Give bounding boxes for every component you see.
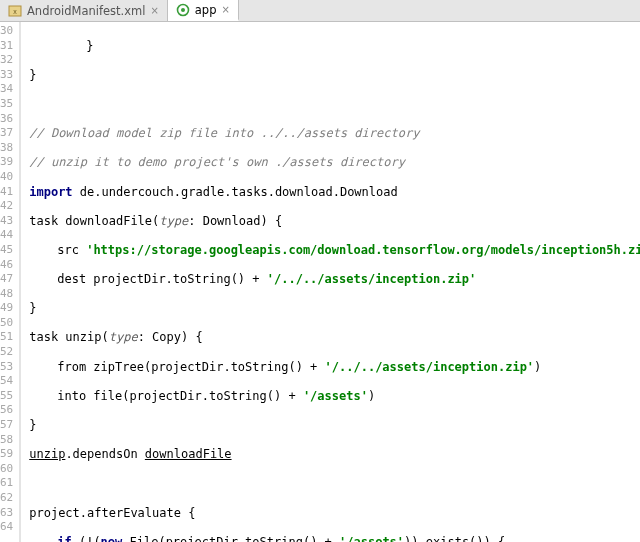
close-icon[interactable]: × bbox=[150, 5, 158, 16]
tab-label: app bbox=[195, 3, 217, 17]
line-number: 52 bbox=[0, 345, 13, 360]
svg-text:x: x bbox=[13, 8, 17, 15]
line-number: 39 bbox=[0, 155, 13, 170]
line-number: 64 bbox=[0, 520, 13, 535]
line-number: 33 bbox=[0, 68, 13, 83]
gradle-icon bbox=[176, 3, 190, 17]
line-number: 53 bbox=[0, 360, 13, 375]
line-number: 36 bbox=[0, 112, 13, 127]
line-number: 56 bbox=[0, 403, 13, 418]
line-number: 38 bbox=[0, 141, 13, 156]
line-number: 32 bbox=[0, 53, 13, 68]
line-number: 30 bbox=[0, 24, 13, 39]
line-number: 34 bbox=[0, 82, 13, 97]
line-number: 41 bbox=[0, 185, 13, 200]
tab-app[interactable]: app × bbox=[168, 0, 239, 21]
line-number: 50 bbox=[0, 316, 13, 331]
line-number: 57 bbox=[0, 418, 13, 433]
code-editor[interactable]: 3031323334353637383940414243444546474849… bbox=[0, 22, 640, 542]
line-number: 49 bbox=[0, 301, 13, 316]
xml-icon: x bbox=[8, 4, 22, 18]
line-number: 37 bbox=[0, 126, 13, 141]
line-number: 31 bbox=[0, 39, 13, 54]
line-number: 35 bbox=[0, 97, 13, 112]
line-number: 59 bbox=[0, 447, 13, 462]
line-number: 40 bbox=[0, 170, 13, 185]
code-area[interactable]: } } // Download model zip file into ../.… bbox=[21, 22, 640, 542]
line-number: 61 bbox=[0, 476, 13, 491]
line-number: 58 bbox=[0, 433, 13, 448]
line-number: 47 bbox=[0, 272, 13, 287]
line-number: 46 bbox=[0, 258, 13, 273]
line-number: 42 bbox=[0, 199, 13, 214]
line-number: 45 bbox=[0, 243, 13, 258]
tab-label: AndroidManifest.xml bbox=[27, 4, 145, 18]
line-number: 63 bbox=[0, 506, 13, 521]
line-number: 44 bbox=[0, 228, 13, 243]
line-number: 55 bbox=[0, 389, 13, 404]
line-number-gutter: 3031323334353637383940414243444546474849… bbox=[0, 22, 20, 542]
line-number: 43 bbox=[0, 214, 13, 229]
tab-androidmanifest[interactable]: x AndroidManifest.xml × bbox=[0, 0, 168, 21]
editor-tabbar: x AndroidManifest.xml × app × bbox=[0, 0, 640, 22]
line-number: 54 bbox=[0, 374, 13, 389]
svg-point-3 bbox=[181, 8, 185, 12]
line-number: 60 bbox=[0, 462, 13, 477]
line-number: 51 bbox=[0, 330, 13, 345]
line-number: 48 bbox=[0, 287, 13, 302]
close-icon[interactable]: × bbox=[221, 4, 229, 15]
line-number: 62 bbox=[0, 491, 13, 506]
